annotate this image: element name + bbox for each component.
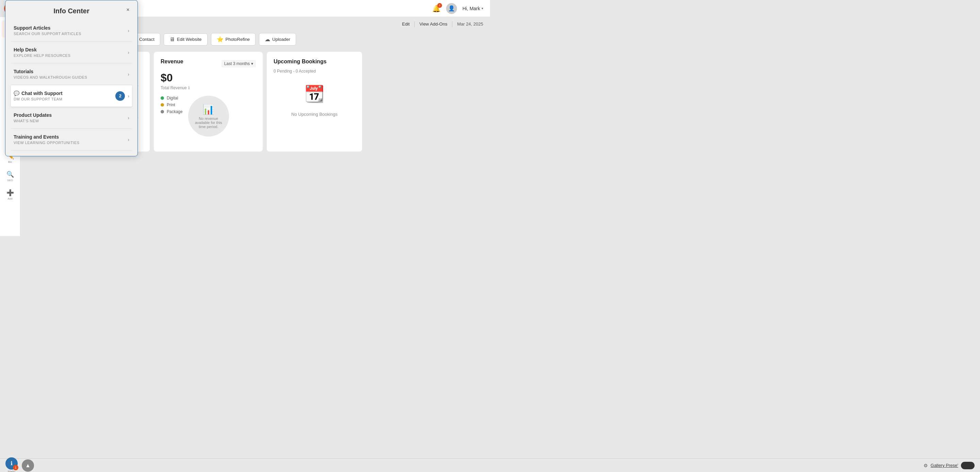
sidebar-item-add[interactable]: ➕ Add [2, 186, 19, 203]
product-updates-title: Product Updates [14, 112, 52, 118]
revenue-chart: 📊 No revenue available for this time per… [188, 96, 229, 137]
no-bookings-text: No Upcoming Bookings [274, 112, 355, 117]
info-item-support-articles[interactable]: Support Articles SEARCH OUR SUPPORT ARTI… [11, 20, 132, 41]
info-panel-header: Info Center × [5, 0, 137, 20]
chevron-right-icon: › [127, 28, 129, 33]
chat-support-title: 💬 Chat with Support [14, 91, 63, 96]
bar-chart-icon: 📊 [202, 104, 215, 115]
calendar-icon: 📆 [304, 85, 325, 104]
chevron-right-icon: › [127, 72, 129, 77]
edit-link[interactable]: Edit [402, 21, 409, 27]
help-desk-title: Help Desk [14, 47, 70, 53]
bookings-icon-area: 📆 [274, 80, 355, 108]
toolbar-date: Mar 24, 2025 [457, 21, 483, 27]
revenue-legend: Digital Print Package [161, 96, 183, 137]
no-revenue-text: No revenue available for this time perio… [193, 116, 224, 129]
info-panel-title: Info Center [53, 7, 89, 15]
info-panel-items: Support Articles SEARCH OUR SUPPORT ARTI… [5, 20, 137, 156]
bookings-card: Upcoming Bookings 0 Pending - 0 Accepted… [267, 52, 362, 151]
bookings-subtitle: 0 Pending - 0 Accepted [274, 69, 355, 73]
revenue-card: Revenue Last 3 months ▾ $0 Total Revenue… [154, 52, 263, 151]
uploader-button[interactable]: ☁ Uploader [259, 33, 296, 46]
chevron-right-icon: › [127, 115, 129, 121]
view-addons-link[interactable]: View Add-Ons [420, 21, 447, 27]
revenue-period-selector[interactable]: Last 3 months ▾ [221, 60, 256, 67]
chat-badge: 2 [115, 91, 125, 101]
seo-icon: 🔍 [6, 171, 14, 178]
photorefine-icon: ⭐ [217, 36, 224, 43]
info-item-tutorials[interactable]: Tutorials VIDEOS AND WALKTHROUGH GUIDES … [11, 63, 132, 85]
info-item-product-updates[interactable]: Product Updates WHAT'S NEW › [11, 107, 132, 129]
bookings-card-title: Upcoming Bookings [274, 59, 355, 65]
chevron-right-icon: › [127, 93, 129, 99]
support-articles-subtitle: SEARCH OUR SUPPORT ARTICLES [14, 32, 81, 36]
chat-support-subtitle: DM OUR SUPPORT TEAM [14, 97, 63, 101]
chevron-down-icon: ▾ [251, 61, 253, 66]
digital-dot [161, 96, 164, 100]
info-center-panel: Info Center × Support Articles SEARCH OU… [5, 0, 138, 156]
chat-icon: 💬 [14, 91, 19, 96]
notification-badge: 1 [437, 3, 442, 8]
info-item-chat-support[interactable]: 💬 Chat with Support DM OUR SUPPORT TEAM … [11, 85, 132, 107]
photorefine-button[interactable]: ⭐ PhotoRefine [211, 33, 256, 46]
no-revenue-circle: 📊 No revenue available for this time per… [188, 96, 229, 137]
add-icon: ➕ [6, 189, 14, 196]
legend-digital: Digital [161, 96, 183, 100]
sidebar-item-seo[interactable]: 🔍 SEO [2, 167, 19, 185]
support-articles-title: Support Articles [14, 25, 81, 31]
info-item-training-events[interactable]: Training and Events VIEW LEARNING OPPORT… [11, 129, 132, 150]
training-events-subtitle: VIEW LEARNING OPPORTUNITIES [14, 140, 80, 145]
info-icon: ℹ [188, 86, 190, 90]
edit-website-icon: 🖥 [169, 37, 175, 43]
revenue-card-title: Revenue [161, 59, 183, 65]
uploader-icon: ☁ [265, 36, 270, 43]
legend-print: Print [161, 102, 183, 107]
legend-package: Package [161, 109, 183, 114]
chevron-right-icon: › [127, 50, 129, 55]
edit-website-button[interactable]: 🖥 Edit Website [164, 33, 208, 46]
info-item-help-desk[interactable]: Help Desk EXPLORE HELP RESOURCES › [11, 41, 132, 63]
notification-bell[interactable]: 🔔 1 [432, 5, 441, 13]
product-updates-subtitle: WHAT'S NEW [14, 119, 52, 123]
user-avatar: 👤 [446, 3, 457, 14]
tutorials-subtitle: VIDEOS AND WALKTHROUGH GUIDES [14, 75, 87, 79]
info-panel-close-button[interactable]: × [124, 6, 132, 14]
help-desk-subtitle: EXPLORE HELP RESOURCES [14, 53, 70, 57]
chevron-right-icon: › [127, 137, 129, 142]
tutorials-title: Tutorials [14, 69, 87, 74]
print-dot [161, 103, 164, 107]
package-dot [161, 110, 164, 113]
revenue-header: Revenue Last 3 months ▾ [161, 59, 256, 69]
user-greeting[interactable]: Hi, Mark ▾ [463, 6, 483, 11]
revenue-label: Total Revenue ℹ [161, 86, 256, 90]
revenue-amount: $0 [161, 72, 256, 84]
chevron-down-icon: ▾ [482, 6, 483, 10]
training-events-title: Training and Events [14, 134, 80, 140]
